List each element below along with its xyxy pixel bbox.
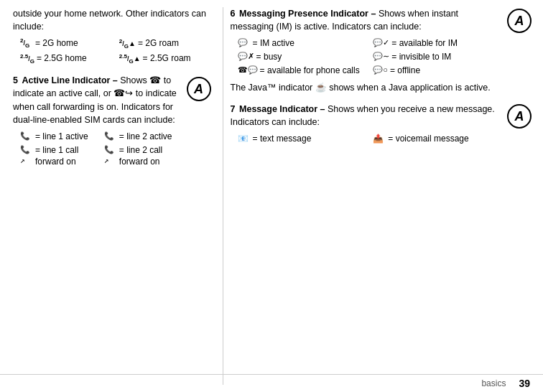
footer: basics 39 xyxy=(0,374,543,392)
busy-im-label: = busy xyxy=(256,51,282,63)
step6-content: 6 Messaging Presence Indicator – Shows w… xyxy=(231,7,503,94)
voicemail-icon: 📤 xyxy=(373,133,386,145)
step5-text: 5 Active Line Indicator – Shows ☎ to ind… xyxy=(13,74,182,126)
step7-icon-area: A xyxy=(506,103,533,149)
line1-active: 📞 = line 1 active xyxy=(20,131,98,143)
voicemail-message: 📤 = voicemail message xyxy=(373,133,503,145)
footer-section: basics xyxy=(481,378,506,388)
line1-forward-label: = line 1 call forward on xyxy=(35,144,98,169)
text-message-label: = text message xyxy=(253,133,312,145)
line2-active-label: = line 2 active xyxy=(119,131,172,143)
step6-row: 6 Messaging Presence Indicator – Shows w… xyxy=(231,7,533,94)
text-message-icon: 📧 xyxy=(238,133,251,145)
intro-text: outside your home network. Other indicat… xyxy=(13,7,213,33)
available-for-im: 💬✓ = available for IM xyxy=(373,37,503,50)
offline-im-label: = offline xyxy=(390,65,420,77)
2g-home-icon: 2/G xyxy=(20,37,33,50)
offline-im: 💬○ = offline xyxy=(373,65,503,77)
indicator-2g-roam: 2/G▲ = 2G roam xyxy=(119,37,213,51)
step5-num: 5 xyxy=(13,75,18,85)
left-column: outside your home network. Other indicat… xyxy=(0,0,223,392)
step7-title: Message Indicator – xyxy=(239,104,325,114)
line2-active: 📞 = line 2 active xyxy=(104,131,182,143)
step6-icon-area: A xyxy=(506,7,533,94)
messaging-indicators: 💬 = IM active 💬✓ = available for IM 💬✗ =… xyxy=(238,37,503,76)
im-active: 💬 = IM active xyxy=(238,37,368,50)
java-text: The Java™ indicator ☕ shows when a Java … xyxy=(231,81,503,94)
line1-active-icon: 📞 xyxy=(20,131,33,141)
available-im-label: = available for IM xyxy=(391,37,458,50)
indicator-2-5g-roam: 2.5/G▲ = 2.5G roam xyxy=(119,52,213,66)
indicator-2-5g-home: 2.5/G = 2.5G home xyxy=(20,52,113,66)
im-active-icon: 💬 xyxy=(238,37,251,48)
step6-text: 6 Messaging Presence Indicator – Shows w… xyxy=(231,7,503,33)
step5-row: 5 Active Line Indicator – Shows ☎ to ind… xyxy=(13,74,213,172)
right-column: 6 Messaging Presence Indicator – Shows w… xyxy=(223,0,543,392)
2-5g-roam-label: = 2.5G roam xyxy=(143,52,191,65)
step6-circle: A xyxy=(507,9,532,33)
step7-icon-letter: A xyxy=(515,107,524,126)
line1-forward: 📞↗ = line 1 call forward on xyxy=(20,144,98,169)
line1-forward-icon: 📞↗ xyxy=(20,144,33,167)
step5-icon: A xyxy=(185,74,213,172)
line1-active-label: = line 1 active xyxy=(35,131,88,143)
text-message: 📧 = text message xyxy=(238,133,368,145)
page: outside your home network. Other indicat… xyxy=(0,0,543,392)
step5-title: Active Line Indicator – xyxy=(22,75,117,85)
line2-forward-label: = line 2 call forward on xyxy=(119,144,182,169)
step6-title: Messaging Presence Indicator – xyxy=(239,9,376,19)
line-indicators: 📞 = line 1 active 📞 = line 2 active 📞↗ =… xyxy=(20,131,182,168)
step7-row: 7 Message Indicator – Shows when you rec… xyxy=(231,103,533,149)
busy-im: 💬✗ = busy xyxy=(238,51,368,63)
busy-im-icon: 💬✗ xyxy=(238,51,254,62)
step6-icon-letter: A xyxy=(515,11,524,30)
2g-home-label: = 2G home xyxy=(35,37,78,50)
2-5g-home-icon: 2.5/G xyxy=(20,52,34,66)
available-phone-icon: ☎💬 xyxy=(238,65,258,75)
step6-section: 6 Messaging Presence Indicator – Shows w… xyxy=(231,7,533,94)
network-indicators: 2/G = 2G home 2/G▲ = 2G roam 2.5/G = 2.5… xyxy=(20,37,213,65)
footer-page: 39 xyxy=(519,378,530,389)
2-5g-roam-icon: 2.5/G▲ xyxy=(119,52,141,66)
step7-content: 7 Message Indicator – Shows when you rec… xyxy=(231,103,503,149)
line2-active-icon: 📞 xyxy=(104,131,117,141)
2g-roam-icon: 2/G▲ xyxy=(119,37,136,51)
invisible-im: 💬∼ = invisible to IM xyxy=(373,51,503,63)
voicemail-label: = voicemail message xyxy=(388,133,468,145)
step7-circle: A xyxy=(507,104,532,129)
available-phone: ☎💬 = available for phone calls xyxy=(238,65,368,77)
im-active-label: = IM active xyxy=(253,37,294,50)
offline-im-icon: 💬○ xyxy=(373,65,388,75)
2g-roam-label: = 2G roam xyxy=(138,37,179,50)
line2-forward: 📞↗ = line 2 call forward on xyxy=(104,144,182,169)
line2-forward-icon: 📞↗ xyxy=(104,144,117,167)
intro-section: outside your home network. Other indicat… xyxy=(13,7,213,65)
2-5g-home-label: = 2.5G home xyxy=(37,52,87,65)
available-phone-label: = available for phone calls xyxy=(260,65,360,77)
message-indicators: 📧 = text message 📤 = voicemail message xyxy=(238,133,503,145)
step5-content: 5 Active Line Indicator – Shows ☎ to ind… xyxy=(13,74,182,172)
step6-num: 6 xyxy=(231,9,236,19)
invisible-im-icon: 💬∼ xyxy=(373,51,389,62)
invisible-im-label: = invisible to IM xyxy=(391,51,451,63)
step7-section: 7 Message Indicator – Shows when you rec… xyxy=(231,103,533,149)
step5-section: 5 Active Line Indicator – Shows ☎ to ind… xyxy=(13,74,213,172)
step7-num: 7 xyxy=(231,104,236,114)
indicator-2g-home: 2/G = 2G home xyxy=(20,37,113,51)
step5-circle: A xyxy=(187,77,211,101)
available-im-icon: 💬✓ xyxy=(373,37,389,48)
step5-icon-letter: A xyxy=(194,80,203,98)
step7-text: 7 Message Indicator – Shows when you rec… xyxy=(231,103,503,129)
